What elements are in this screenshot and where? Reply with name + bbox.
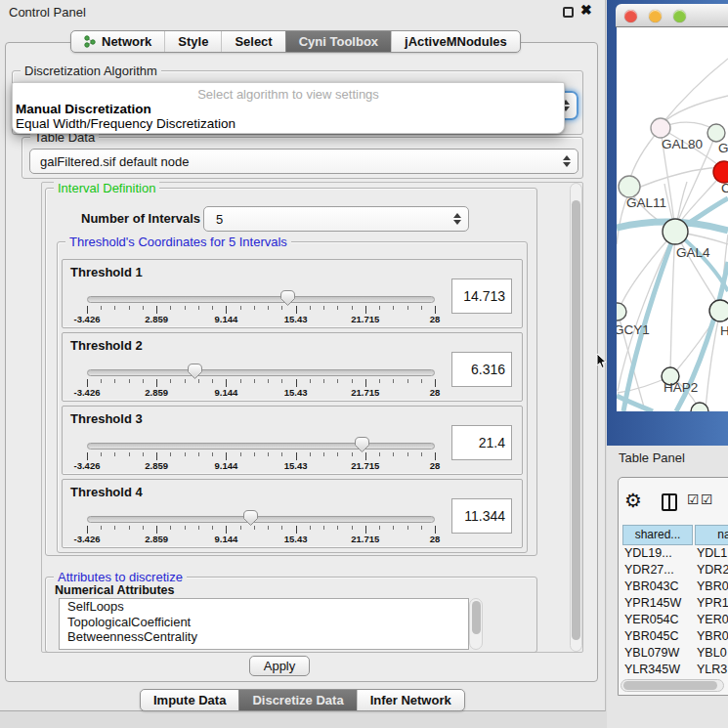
number-of-intervals-combobox[interactable]: 5 — [203, 206, 469, 232]
slider-thumb[interactable] — [278, 289, 297, 307]
slider-tick-label: -3.426 — [60, 387, 114, 398]
svg-text:GAL11: GAL11 — [626, 195, 666, 210]
slider-thumb[interactable] — [186, 363, 204, 380]
threshold-value-field[interactable]: 21.4 — [451, 425, 512, 460]
attributes-scrollbar[interactable] — [469, 598, 483, 650]
algorithm-dropdown-popup: Select algorithm to view settings Manual… — [12, 82, 565, 134]
horizontal-scrollbar[interactable] — [621, 679, 724, 692]
slider-tick — [240, 379, 241, 383]
slider-tick — [114, 526, 115, 530]
float-window-icon[interactable] — [563, 7, 574, 18]
slider-tick — [226, 526, 227, 534]
slider-tick — [352, 306, 353, 310]
split-columns-icon[interactable] — [662, 493, 677, 511]
slider-tick — [268, 526, 269, 530]
cell-shared-name: YBL079W — [624, 646, 679, 660]
cell-shared-name: YPR145W — [624, 596, 681, 610]
cell-name: YBR0 — [697, 629, 728, 643]
slider-tick — [421, 526, 422, 530]
attribute-item-selfloops[interactable]: SelfLoops — [60, 599, 468, 615]
threshold-label: Threshold 2 — [70, 338, 143, 353]
combo-arrows-icon — [452, 213, 460, 225]
table-row[interactable]: YBR043CYBR0 — [619, 579, 728, 596]
table-row[interactable]: YBL079WYBL0 — [619, 646, 728, 663]
algorithm-option-manual-discretization[interactable]: Manual Discretization — [16, 102, 151, 116]
window-title: Control Panel — [9, 5, 86, 20]
slider-tick — [421, 379, 422, 383]
cell-name: YBL0 — [697, 646, 727, 660]
slider-tick — [379, 452, 380, 456]
attributes-scrollbar-thumb[interactable] — [472, 601, 481, 634]
threshold-value-field[interactable]: 6.316 — [451, 352, 512, 387]
slider-tick — [323, 452, 324, 456]
slider-tick — [101, 306, 102, 310]
numerical-attributes-list[interactable]: SelfLoopsTopologicalCoefficientBetweenne… — [59, 598, 469, 650]
gear-icon[interactable]: ⚙ — [624, 489, 642, 512]
threshold-value-field[interactable]: 11.344 — [451, 498, 512, 534]
slider-thumb[interactable] — [353, 436, 371, 453]
checkbox-checked-icon[interactable]: ☑ — [701, 492, 713, 507]
screen: Control Panel ✖ NetworkStyleSelectCyni T… — [0, 0, 728, 728]
slider-tick — [337, 452, 338, 456]
threshold-slider-track[interactable] — [87, 369, 435, 376]
threshold-panel-2: Threshold 2-3.4262.8599.14415.4321.71528… — [62, 332, 523, 402]
threshold-value-field[interactable]: 14.713 — [451, 278, 512, 314]
threshold-slider-track[interactable] — [87, 516, 435, 523]
slider-tick — [296, 306, 297, 314]
table-row[interactable]: YBR045CYBR0 — [619, 629, 728, 646]
tab-cyni-toolbox[interactable]: Cyni Toolbox — [285, 31, 391, 52]
slider-tick — [212, 379, 213, 383]
minimize-traffic-light[interactable] — [649, 10, 662, 22]
slider-thumb[interactable] — [241, 509, 260, 527]
zoom-traffic-light[interactable] — [673, 10, 686, 22]
slider-tick — [337, 526, 338, 530]
slider-tick-label: 15.43 — [269, 534, 323, 544]
slider-tick — [185, 526, 186, 530]
table-row[interactable]: YPR145WYPR1 — [619, 596, 728, 613]
apply-button[interactable]: Apply — [249, 656, 310, 676]
vertical-scrollbar-thumb[interactable] — [572, 200, 580, 640]
network-window-titlebar[interactable] — [616, 4, 728, 27]
slider-tick — [114, 452, 115, 456]
tab-infer-network[interactable]: Infer Network — [357, 690, 464, 710]
column-header-shared-name[interactable]: shared... — [622, 525, 693, 545]
close-icon[interactable]: ✖ — [580, 2, 592, 18]
column-header-name[interactable]: na — [695, 525, 728, 545]
svg-text:HAP2: HAP2 — [664, 380, 698, 395]
vertical-scrollbar[interactable] — [570, 183, 582, 652]
slider-tick-label: 9.144 — [198, 534, 253, 544]
slider-tick — [323, 379, 324, 383]
slider-tick — [212, 306, 213, 310]
table-row[interactable]: YLR345WYLR3 — [619, 663, 728, 679]
network-canvas[interactable]: GAL80GAL11GAL4GCY1HAP2GCH — [617, 27, 728, 411]
number-of-intervals-value: 5 — [216, 207, 223, 231]
tab-select[interactable]: Select — [221, 31, 284, 52]
threshold-slider-track[interactable] — [87, 443, 435, 450]
slider-tick-label: 9.144 — [198, 460, 253, 471]
checkbox-checked-icon[interactable]: ☑ — [687, 492, 700, 507]
tab-impute-data[interactable]: Impute Data — [141, 690, 238, 710]
slider-tick-label: 9.144 — [198, 314, 253, 324]
slider-tick — [156, 452, 157, 460]
slider-tick — [352, 526, 353, 530]
slider-tick — [323, 526, 324, 530]
algorithm-option-equal-width-frequency-discretization[interactable]: Equal Width/Frequency Discretization — [16, 116, 236, 131]
tab-jactivemnodules[interactable]: jActiveMNodules — [391, 31, 520, 52]
attribute-item-topologicalcoefficient[interactable]: TopologicalCoefficient — [60, 615, 468, 630]
slider-tick-label: 28 — [407, 460, 462, 471]
svg-text:G: G — [718, 141, 728, 155]
table-row[interactable]: YDR27...YDR2 — [619, 563, 728, 579]
horizontal-scrollbar-thumb[interactable] — [623, 681, 717, 690]
tab-style[interactable]: Style — [164, 31, 221, 52]
mouse-cursor — [596, 354, 608, 369]
attribute-item-betweennesscentrality[interactable]: BetweennessCentrality — [60, 629, 468, 645]
tab-network[interactable]: Network — [71, 31, 164, 52]
table-row[interactable]: YER054CYER0 — [619, 613, 728, 629]
threshold-slider-track[interactable] — [87, 296, 435, 303]
table-row[interactable]: YDL19...YDL1 — [619, 546, 728, 563]
tab-discretize-data[interactable]: Discretize Data — [238, 690, 356, 710]
table-data-combobox[interactable]: galFiltered.sif default node — [29, 149, 578, 174]
slider-tick-label: -3.426 — [60, 314, 114, 324]
slider-tick-label: 15.43 — [269, 460, 323, 471]
close-traffic-light[interactable] — [624, 10, 637, 22]
